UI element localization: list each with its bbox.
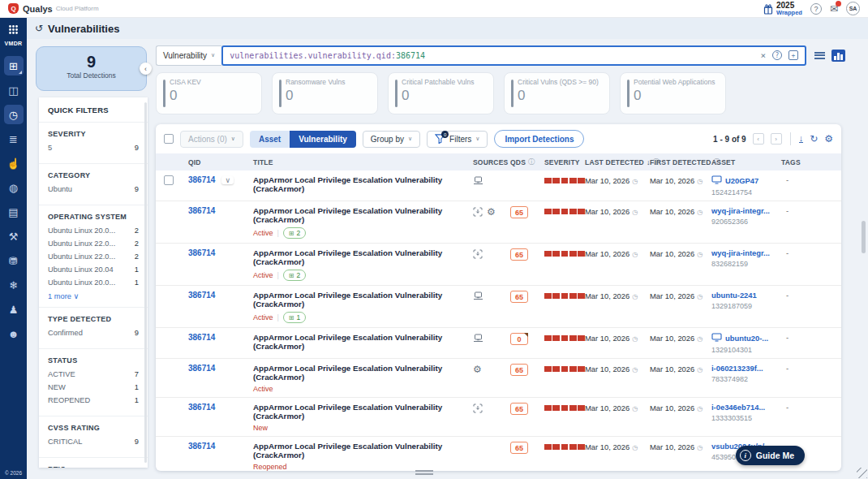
vulnerability-title[interactable]: AppArmor Local Privilege Escalation Vuln… bbox=[253, 403, 473, 421]
qid-link[interactable]: 386714 bbox=[188, 248, 215, 257]
filter-item[interactable]: Ubuntu Linux 20.0...2 bbox=[48, 227, 139, 235]
prev-page-button[interactable]: ‹ bbox=[753, 133, 764, 145]
search-scope-dropdown[interactable]: Vulnerability ∨ bbox=[156, 45, 221, 66]
summary-card[interactable]: Critical Vulns (QDS >= 90)0 bbox=[504, 72, 610, 114]
filter-item[interactable]: NEW1 bbox=[48, 383, 139, 391]
training-icon[interactable]: ♟ bbox=[4, 300, 24, 319]
filter-item[interactable]: 59 bbox=[48, 144, 139, 152]
table-row[interactable]: 386714∨AppArmor Local Privilege Escalati… bbox=[156, 170, 841, 201]
summary-card[interactable]: Potential Web Applications0 bbox=[620, 72, 726, 114]
row-checkbox[interactable] bbox=[164, 175, 174, 185]
instances-badge[interactable]: ⊞2 bbox=[283, 227, 306, 239]
next-page-button[interactable]: › bbox=[771, 133, 782, 145]
group-by-dropdown[interactable]: Group by ∨ bbox=[363, 131, 420, 148]
header-severity[interactable]: SEVERITY bbox=[544, 158, 585, 166]
panel-resize-handle[interactable] bbox=[415, 468, 433, 477]
summary-card[interactable]: Ransomware Vulns0 bbox=[272, 72, 378, 114]
filter-item[interactable]: Ubuntu Linux 22.0...2 bbox=[48, 252, 139, 261]
prioritization-icon[interactable]: ☝ bbox=[4, 153, 24, 173]
asset-name-link[interactable]: wyq-jira-integr... bbox=[711, 248, 770, 257]
header-last-detected[interactable]: LAST DETECTED↓ⓘ bbox=[585, 158, 650, 166]
list-view-icon[interactable] bbox=[814, 52, 825, 59]
tab-asset[interactable]: Asset bbox=[250, 131, 290, 148]
filter-item[interactable]: Ubuntu Linux 20.041 bbox=[48, 265, 139, 274]
table-row[interactable]: 386714AppArmor Local Privilege Escalatio… bbox=[156, 201, 841, 244]
filter-item[interactable]: Ubuntu Linux 22.0...2 bbox=[48, 240, 139, 248]
header-qds[interactable]: QDSⓘ bbox=[510, 158, 544, 166]
header-asset[interactable]: ASSET bbox=[711, 158, 781, 166]
modules-icon[interactable]: ◫ bbox=[4, 80, 24, 100]
app-switcher[interactable]: VMDR bbox=[5, 18, 23, 50]
vulnerability-title[interactable]: AppArmor Local Privilege Escalation Vuln… bbox=[253, 364, 473, 382]
asset-name-link[interactable]: i-060213239f... bbox=[711, 364, 763, 373]
refresh-icon[interactable]: ↻ bbox=[810, 133, 818, 145]
header-first-detected[interactable]: FIRST DETECTEDⓘ bbox=[650, 158, 711, 166]
qid-link[interactable]: 386714 bbox=[188, 333, 215, 342]
instances-badge[interactable]: ⊞1 bbox=[283, 312, 306, 323]
actions-dropdown[interactable]: Actions (0) ∨ bbox=[180, 131, 243, 148]
filter-item[interactable]: ACTIVE7 bbox=[48, 370, 139, 378]
summary-card[interactable]: Critical Patchable Vulns0 bbox=[388, 72, 494, 114]
qid-link[interactable]: 386714 bbox=[188, 175, 215, 184]
asset-name-link[interactable]: i-0e346eb714... bbox=[711, 403, 765, 412]
filter-item[interactable]: Ubuntu9 bbox=[48, 185, 139, 193]
qds-badge[interactable]: 65 bbox=[510, 403, 528, 415]
asset-name-link[interactable]: ubuntu-2241 bbox=[711, 291, 757, 300]
table-row[interactable]: 386714AppArmor Local Privilege Escalatio… bbox=[156, 359, 841, 398]
dashboard-icon[interactable]: ⊞ bbox=[4, 56, 24, 76]
instances-badge[interactable]: ⊞2 bbox=[283, 270, 306, 281]
gear-icon[interactable]: ⚙ bbox=[824, 133, 833, 145]
filter-item[interactable]: Ubuntu Linux 20.0...1 bbox=[48, 278, 139, 287]
qid-link[interactable]: 386714 bbox=[188, 206, 215, 215]
assets-icon[interactable]: ⛃ bbox=[4, 251, 24, 270]
header-tags[interactable]: TAGS bbox=[781, 158, 833, 166]
wrapped-promo[interactable]: 2025 Wrapped bbox=[763, 2, 802, 16]
asset-name-link[interactable]: ubuntu20-... bbox=[725, 334, 768, 343]
chart-view-icon[interactable] bbox=[831, 50, 845, 62]
patch-icon[interactable]: ❄ bbox=[4, 275, 24, 295]
search-help-icon[interactable]: ? bbox=[772, 50, 782, 60]
qds-badge[interactable]: 65 bbox=[510, 291, 528, 303]
import-detections-button[interactable]: Import Detections bbox=[494, 130, 584, 148]
qid-link[interactable]: 386714 bbox=[188, 364, 215, 373]
vulnerabilities-icon[interactable]: ◷ bbox=[4, 105, 24, 124]
table-row[interactable]: 386714AppArmor Local Privilege Escalatio… bbox=[156, 398, 841, 437]
row-expander-icon[interactable]: ∨ bbox=[221, 176, 234, 184]
help-icon[interactable]: ? bbox=[810, 3, 822, 15]
download-icon[interactable]: ↓ bbox=[799, 135, 804, 143]
filters-dropdown[interactable]: 0 Filters ∨ bbox=[427, 131, 488, 148]
tab-vulnerability[interactable]: Vulnerability bbox=[290, 131, 356, 148]
clear-search-icon[interactable]: × bbox=[760, 50, 766, 61]
vulnerability-title[interactable]: AppArmor Local Privilege Escalation Vuln… bbox=[253, 206, 473, 224]
select-all-checkbox[interactable] bbox=[164, 134, 174, 144]
filter-item[interactable]: REOPENED1 bbox=[48, 396, 139, 404]
guide-me-button[interactable]: i Guide Me bbox=[736, 446, 805, 465]
qid-link[interactable]: 386714 bbox=[188, 403, 215, 412]
vulnerability-title[interactable]: AppArmor Local Privilege Escalation Vuln… bbox=[253, 248, 473, 266]
qid-link[interactable]: 386714 bbox=[188, 442, 215, 451]
vulnerability-title[interactable]: AppArmor Local Privilege Escalation Vuln… bbox=[253, 333, 473, 351]
vulnerability-title[interactable]: AppArmor Local Privilege Escalation Vuln… bbox=[253, 291, 473, 309]
filter-item[interactable]: Confirmed9 bbox=[48, 329, 139, 337]
vulnerability-title[interactable]: AppArmor Local Privilege Escalation Vuln… bbox=[253, 175, 473, 193]
window-scrollbar-thumb[interactable] bbox=[862, 221, 866, 253]
asset-name-link[interactable]: wyq-jira-integr... bbox=[711, 206, 770, 215]
table-row[interactable]: 386714AppArmor Local Privilege Escalatio… bbox=[156, 328, 841, 359]
filter-item[interactable]: CRITICAL9 bbox=[48, 438, 139, 446]
asset-name-link[interactable]: U20GP47 bbox=[725, 176, 758, 185]
search-input[interactable]: vulnerabilities.vulnerability.qid:386714… bbox=[221, 45, 806, 66]
notifications-icon[interactable]: ✉ bbox=[830, 3, 838, 15]
qds-badge[interactable]: 65 bbox=[510, 248, 528, 261]
remediation-icon[interactable]: ◍ bbox=[4, 178, 24, 197]
filters-scrollbar[interactable] bbox=[144, 102, 147, 463]
window-resize-grip[interactable] bbox=[857, 468, 867, 478]
scans-icon[interactable]: ≣ bbox=[4, 129, 24, 149]
vulnerability-title[interactable]: AppArmor Local Privilege Escalation Vuln… bbox=[253, 442, 473, 460]
reports-icon[interactable]: ▤ bbox=[4, 202, 24, 222]
filter-more-link[interactable]: 1 more ∨ bbox=[48, 291, 139, 300]
tools-icon[interactable]: ⚒ bbox=[4, 227, 24, 246]
summary-card[interactable]: CISA KEV0 bbox=[156, 72, 262, 114]
table-row[interactable]: 386714AppArmor Local Privilege Escalatio… bbox=[156, 286, 841, 328]
qds-badge[interactable]: 65 bbox=[510, 206, 528, 218]
header-title[interactable]: TITLE bbox=[253, 158, 473, 166]
